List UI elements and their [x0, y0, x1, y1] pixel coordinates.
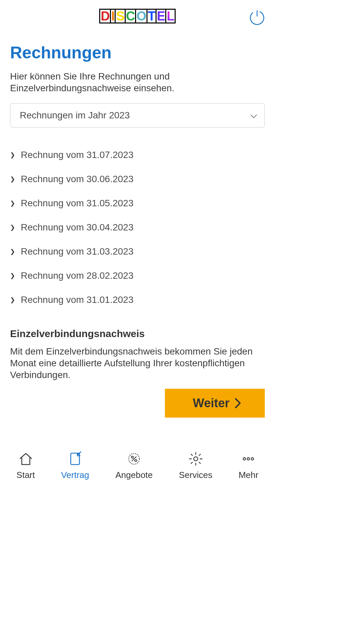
evn-body: Mit dem Einzelverbindungsnachweis bekomm… — [10, 345, 265, 381]
tab-label: Vertrag — [61, 470, 89, 480]
tab-label: Services — [179, 470, 213, 480]
invoice-item-label: Rechnung vom 30.06.2023 — [21, 174, 133, 184]
invoice-item[interactable]: ❯Rechnung vom 30.06.2023 — [10, 167, 265, 191]
svg-point-18 — [251, 458, 254, 460]
invoice-item-label: Rechnung vom 31.05.2023 — [21, 198, 133, 209]
invoice-item[interactable]: ❯Rechnung vom 31.01.2023 — [10, 288, 265, 312]
bottom-tabbar: StartVertragAngeboteServicesMehr — [0, 448, 275, 480]
invoice-item-label: Rechnung vom 28.02.2023 — [21, 270, 133, 281]
tab-label: Angebote — [115, 470, 153, 480]
page-title: Rechnungen — [10, 43, 265, 62]
more-icon — [241, 451, 256, 467]
logout-button[interactable] — [249, 10, 265, 25]
invoice-item[interactable]: ❯Rechnung vom 30.04.2023 — [10, 215, 265, 239]
invoice-list: ❯Rechnung vom 31.07.2023❯Rechnung vom 30… — [10, 143, 265, 312]
app-header: DISCOTEL — [0, 0, 275, 30]
tab-label: Start — [16, 470, 35, 480]
power-icon — [249, 10, 265, 25]
invoice-item[interactable]: ❯Rechnung vom 31.07.2023 — [10, 143, 265, 167]
tab-vertrag[interactable]: Vertrag — [61, 451, 89, 480]
invoice-item[interactable]: ❯Rechnung vom 28.02.2023 — [10, 264, 265, 288]
chevron-right-icon: ❯ — [10, 151, 15, 159]
invoice-item-label: Rechnung vom 31.07.2023 — [21, 150, 133, 160]
percent-icon — [126, 451, 142, 467]
svg-line-13 — [199, 462, 200, 464]
svg-line-14 — [191, 462, 192, 464]
brand-logo: DISCOTEL — [99, 9, 175, 23]
svg-point-16 — [243, 458, 246, 460]
year-select[interactable]: Rechnungen im Jahr 2023 — [10, 103, 265, 127]
invoice-item-label: Rechnung vom 30.04.2023 — [21, 222, 133, 233]
chevron-right-icon: ❯ — [10, 200, 15, 207]
home-icon — [18, 451, 34, 467]
chevron-right-icon — [234, 397, 242, 409]
chevron-right-icon: ❯ — [10, 224, 15, 231]
tab-label: Mehr — [239, 470, 258, 480]
invoice-item[interactable]: ❯Rechnung vom 31.03.2023 — [10, 239, 265, 264]
continue-button[interactable]: Weiter — [165, 389, 265, 418]
svg-point-17 — [247, 458, 250, 460]
tab-angebote[interactable]: Angebote — [115, 451, 153, 480]
svg-line-6 — [132, 457, 136, 461]
evn-heading: Einzelverbindungsnachweis — [10, 328, 265, 339]
chevron-down-icon — [250, 110, 257, 121]
year-select-label: Rechnungen im Jahr 2023 — [20, 110, 130, 121]
gear-icon — [188, 451, 203, 467]
svg-line-12 — [191, 454, 192, 455]
chevron-right-icon: ❯ — [10, 175, 15, 183]
invoice-item[interactable]: ❯Rechnung vom 31.05.2023 — [10, 191, 265, 215]
contract-icon — [67, 451, 83, 467]
invoice-item-label: Rechnung vom 31.03.2023 — [21, 246, 133, 257]
chevron-right-icon: ❯ — [10, 296, 15, 304]
tab-mehr[interactable]: Mehr — [239, 451, 258, 480]
svg-point-5 — [135, 460, 137, 462]
invoice-item-label: Rechnung vom 31.01.2023 — [21, 294, 133, 305]
svg-line-15 — [199, 454, 200, 455]
continue-button-label: Weiter — [193, 396, 229, 410]
chevron-right-icon: ❯ — [10, 272, 15, 279]
tab-start[interactable]: Start — [16, 451, 35, 480]
svg-point-4 — [131, 456, 133, 458]
svg-point-7 — [194, 457, 198, 461]
chevron-right-icon: ❯ — [10, 248, 15, 255]
tab-services[interactable]: Services — [179, 451, 213, 480]
page-subtitle: Hier können Sie Ihre Rechnungen und Einz… — [10, 70, 265, 94]
